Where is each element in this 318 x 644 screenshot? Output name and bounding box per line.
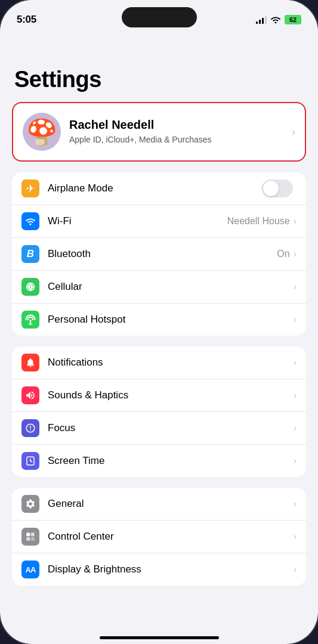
hotspot-icon	[21, 311, 39, 329]
display-row[interactable]: AA Display & Brightness ›	[12, 553, 306, 586]
svg-rect-7	[31, 537, 35, 541]
phone-screen: 5:05 6	[0, 0, 318, 644]
signal-bar-3	[262, 18, 264, 24]
sounds-chevron: ›	[294, 390, 297, 401]
phone-frame: 5:05 6	[0, 0, 318, 644]
wifi-chevron: ›	[294, 216, 297, 227]
screen-time-row[interactable]: Screen Time ›	[12, 445, 306, 477]
svg-rect-4	[26, 532, 30, 536]
hotspot-label: Personal Hotspot	[48, 314, 294, 326]
hotspot-row[interactable]: Personal Hotspot ›	[12, 304, 306, 336]
bluetooth-icon: B	[21, 245, 39, 263]
notifications-chevron: ›	[294, 357, 297, 368]
focus-row[interactable]: Focus ›	[12, 412, 306, 445]
cellular-label: Cellular	[48, 281, 294, 293]
battery-icon: 62	[285, 15, 301, 24]
control-center-chevron: ›	[294, 531, 297, 542]
signal-bar-4	[265, 16, 267, 24]
general-label: General	[48, 498, 294, 510]
airplane-mode-row[interactable]: ✈ Airplane Mode	[12, 172, 306, 205]
control-center-label: Control Center	[48, 531, 294, 543]
wifi-row[interactable]: Wi-Fi Needell House ›	[12, 205, 306, 238]
dynamic-island	[122, 7, 197, 27]
display-icon: AA	[21, 561, 39, 578]
profile-name: Rachel Needell	[69, 118, 287, 132]
status-time: 5:05	[17, 14, 36, 26]
bluetooth-row[interactable]: B Bluetooth On ›	[12, 238, 306, 271]
cellular-row[interactable]: Cellular ›	[12, 271, 306, 304]
wifi-label: Wi-Fi	[48, 215, 227, 227]
general-row[interactable]: General ›	[12, 488, 306, 521]
svg-rect-5	[31, 532, 35, 536]
profile-card[interactable]: 🍄 Rachel Needell Apple ID, iCloud+, Medi…	[12, 102, 306, 162]
notifications-group: Notifications › Sounds & Haptics ›	[12, 346, 306, 477]
focus-icon	[21, 419, 39, 437]
profile-info: Rachel Needell Apple ID, iCloud+, Media …	[69, 118, 287, 145]
wifi-status-icon	[270, 15, 281, 25]
screen-time-chevron: ›	[294, 456, 297, 466]
signal-bar-1	[256, 21, 258, 24]
airplane-mode-label: Airplane Mode	[48, 182, 262, 194]
cellular-icon	[21, 278, 39, 296]
hotspot-chevron: ›	[294, 314, 297, 325]
toggle-knob	[263, 181, 279, 196]
screen-time-icon	[21, 452, 39, 470]
cellular-chevron: ›	[294, 281, 297, 292]
focus-label: Focus	[48, 422, 294, 434]
avatar-emoji: 🍄	[26, 117, 57, 147]
bluetooth-value: On	[277, 249, 289, 259]
settings-content: Settings 🍄 Rachel Needell Apple ID, iClo…	[0, 62, 318, 644]
airplane-mode-icon: ✈	[21, 179, 39, 197]
notifications-label: Notifications	[48, 357, 294, 369]
avatar: 🍄	[23, 113, 61, 151]
profile-subtitle: Apple ID, iCloud+, Media & Purchases	[69, 134, 287, 145]
general-icon	[21, 495, 39, 513]
sounds-icon	[21, 386, 39, 404]
control-center-icon	[21, 528, 39, 546]
wifi-icon	[21, 212, 39, 230]
home-indicator	[100, 636, 219, 639]
signal-icon	[256, 16, 267, 24]
focus-chevron: ›	[294, 423, 297, 434]
page-title: Settings	[12, 62, 306, 102]
notifications-row[interactable]: Notifications ›	[12, 346, 306, 379]
control-center-row[interactable]: Control Center ›	[12, 521, 306, 553]
sounds-row[interactable]: Sounds & Haptics ›	[12, 379, 306, 412]
signal-bar-2	[259, 20, 261, 24]
bluetooth-chevron: ›	[294, 249, 297, 259]
status-icons: 62	[256, 15, 301, 25]
notifications-icon	[21, 354, 39, 371]
bluetooth-label: Bluetooth	[48, 248, 277, 260]
general-chevron: ›	[294, 499, 297, 509]
general-group: General › Control Center ›	[12, 488, 306, 586]
display-label: Display & Brightness	[48, 564, 294, 575]
wifi-value: Needell House	[227, 216, 290, 227]
screen-time-label: Screen Time	[48, 455, 294, 467]
profile-chevron: ›	[292, 126, 295, 138]
display-chevron: ›	[294, 564, 297, 575]
sounds-label: Sounds & Haptics	[48, 389, 294, 401]
connectivity-group: ✈ Airplane Mode	[12, 172, 306, 336]
svg-rect-6	[26, 537, 30, 541]
airplane-mode-toggle[interactable]	[262, 179, 293, 197]
